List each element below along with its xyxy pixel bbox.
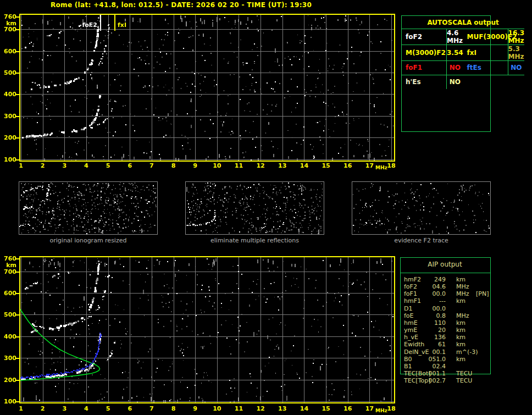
parameter-label: h'Es <box>402 75 447 90</box>
parameter-unit: km <box>456 297 465 305</box>
y-tick-label: 500 <box>0 311 16 318</box>
aip-table-title: AIP output <box>400 261 490 268</box>
parameter-label: ftEs <box>463 61 508 75</box>
autoscala-table-row: MUF(3000)F216.3 MHz <box>463 29 525 45</box>
parameter-value: 110 <box>418 319 446 327</box>
parameter-unit: km <box>456 356 465 363</box>
x-tick-label: 12 <box>254 162 267 169</box>
parameter-label: foF1 <box>402 61 447 75</box>
x-tick-label: 13 <box>276 405 289 412</box>
parameter-label: foE <box>404 312 414 319</box>
thumbnail-caption: evidence F2 trace <box>352 237 491 244</box>
y-tick-label: 500 <box>0 69 16 76</box>
y-tick-label: 400 <box>0 333 16 340</box>
x-tick-label: 6 <box>124 405 136 412</box>
parameter-label: B0 <box>404 356 412 363</box>
autoscala-table-row: M(3000)F23.54 <box>402 45 463 61</box>
parameter-label: fxI <box>463 45 508 60</box>
parameter-unit: km <box>456 327 465 334</box>
parameter-unit: MHz <box>456 312 469 319</box>
y-tick-label: 600 <box>0 290 16 297</box>
y-tick-label: 200 <box>0 134 16 141</box>
x-tick-label: 12 <box>254 405 267 412</box>
x-tick-label: 5 <box>102 162 114 169</box>
x-tick-label: 4 <box>80 162 92 169</box>
x-tick-label: 1 <box>15 162 27 169</box>
parameter-extra: [PN] <box>476 290 489 297</box>
autoscala-output-table: AUTOSCALA output foF24.6 MHzMUF(3000)F21… <box>401 15 491 132</box>
x-tick-label: 8 <box>168 162 180 169</box>
x-tick-label: 13 <box>276 162 289 169</box>
parameter-value: 61 <box>418 341 446 348</box>
parameter-unit: m^(-3) <box>456 348 478 356</box>
x-tick-label: 14 <box>298 405 310 412</box>
x-tick-label: 11 <box>232 162 245 169</box>
parameter-value: 04.6 <box>418 283 446 290</box>
parameter-value: NO <box>447 61 463 75</box>
parameter-value: 00.1 <box>418 348 446 356</box>
parameter-label: foF2 <box>402 29 447 45</box>
parameter-unit: TECU <box>456 370 472 377</box>
x-tick-label: 2 <box>37 405 49 412</box>
parameter-unit: km <box>456 276 465 283</box>
autoscala-table-row: fxI5.3 MHz <box>463 45 525 61</box>
autoscala-table-row: foF24.6 MHz <box>402 29 463 45</box>
parameter-unit: TECU <box>456 377 472 384</box>
x-tick-label: 17 <box>363 162 375 169</box>
x-tick-label: 7 <box>146 405 158 412</box>
parameter-value: NO <box>508 61 525 75</box>
parameter-value: 5.3 MHz <box>508 45 525 60</box>
y-tick-label: 300 <box>0 113 16 120</box>
x-tick-label: 1 <box>15 405 27 412</box>
parameter-value: 0.8 <box>418 312 446 319</box>
x-tick-label: 3 <box>58 405 70 412</box>
parameter-value: 001.1 <box>418 370 446 377</box>
parameter-label: D1 <box>404 305 412 312</box>
x-tick-label: 9 <box>189 162 201 169</box>
parameter-value: 00.0 <box>418 305 446 312</box>
parameter-value: 136 <box>418 334 446 341</box>
autoscala-table-row: foF1NO <box>402 61 463 75</box>
x-axis-unit-label: MHz <box>375 408 387 413</box>
x-tick-label: 15 <box>320 162 332 169</box>
parameter-value: 20 <box>418 327 446 334</box>
parameter-value: --- <box>418 297 446 305</box>
autoscala-table-row: ftEsNO <box>463 61 525 75</box>
parameter-value: NO <box>447 75 463 90</box>
y-tick-label: 600 <box>0 48 16 55</box>
x-tick-label: 6 <box>124 162 136 169</box>
x-tick-label: 5 <box>102 405 114 412</box>
parameter-unit: km <box>456 334 465 341</box>
parameter-label: hmE <box>404 319 418 327</box>
thumbnail-evidence-f2-trace <box>352 181 491 235</box>
x-tick-label: 10 <box>211 405 223 412</box>
autoscala-table-row: h'EsNO <box>402 75 463 90</box>
thumbnail-original-ionogram <box>19 181 158 235</box>
y-tick-label: 100 <box>0 398 16 405</box>
parameter-label: ymE <box>404 327 417 334</box>
parameter-value: 00.0 <box>418 290 446 297</box>
station-title: Rome (lat: +41.8, lon: 012.5) - DATE: 20… <box>51 1 312 9</box>
parameter-value: 4.6 MHz <box>447 29 463 45</box>
autoscala-table-title: AUTOSCALA output <box>402 16 524 29</box>
x-tick-label: 2 <box>37 162 49 169</box>
x-tick-label: 14 <box>298 162 310 169</box>
y-tick-label: 100 <box>0 156 16 163</box>
bottom-ionogram-canvas <box>14 256 396 403</box>
x-tick-label: 3 <box>58 162 70 169</box>
thumbnail-caption: eliminate multiple reflections <box>185 237 324 244</box>
parameter-unit: km <box>456 341 465 348</box>
aip-title-separator <box>400 273 490 273</box>
parameter-unit: MHz <box>456 283 469 290</box>
x-axis-unit-label: MHz <box>375 165 387 170</box>
y-tick-label: 400 <box>0 91 16 98</box>
parameter-value: 3.54 <box>447 45 463 60</box>
y-tick-label: 200 <box>0 377 16 384</box>
x-tick-label: 4 <box>80 405 92 412</box>
parameter-value: 002.7 <box>418 377 446 384</box>
parameter-label: MUF(3000)F2 <box>463 29 508 45</box>
parameter-value: 051.0 <box>418 356 446 363</box>
parameter-value: 16.3 MHz <box>508 29 525 45</box>
x-tick-label: 15 <box>320 405 332 412</box>
y-tick-label: 700 <box>0 268 16 275</box>
